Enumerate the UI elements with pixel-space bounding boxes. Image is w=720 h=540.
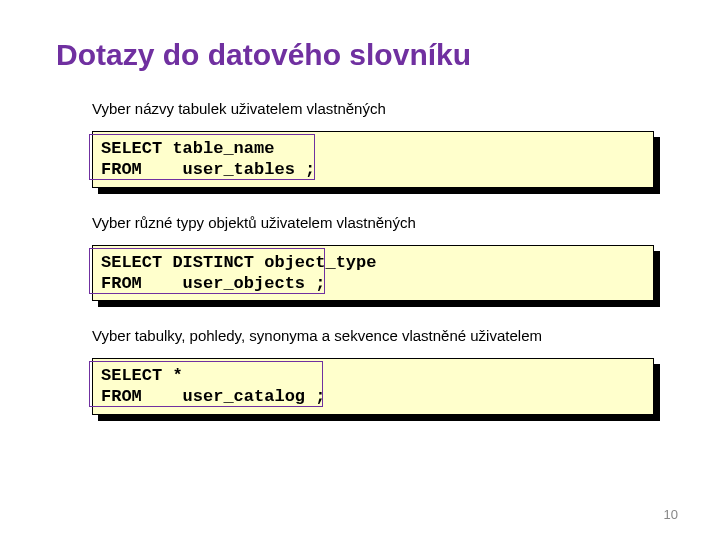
code-block-3: SELECT * FROM user_catalog ; xyxy=(92,358,654,415)
slide: Dotazy do datového slovníku Vyber názvy … xyxy=(0,0,720,540)
code-box: SELECT DISTINCT object_type FROM user_ob… xyxy=(92,245,654,302)
description-3: Vyber tabulky, pohledy, synonyma a sekve… xyxy=(92,327,664,344)
page-title: Dotazy do datového slovníku xyxy=(56,38,664,72)
page-number: 10 xyxy=(664,507,678,522)
code-box: SELECT * FROM user_catalog ; xyxy=(92,358,654,415)
code-box: SELECT table_name FROM user_tables ; xyxy=(92,131,654,188)
code-block-2: SELECT DISTINCT object_type FROM user_ob… xyxy=(92,245,654,302)
description-2: Vyber různé typy objektů uživatelem vlas… xyxy=(92,214,664,231)
description-1: Vyber názvy tabulek uživatelem vlastněný… xyxy=(92,100,664,117)
code-block-1: SELECT table_name FROM user_tables ; xyxy=(92,131,654,188)
